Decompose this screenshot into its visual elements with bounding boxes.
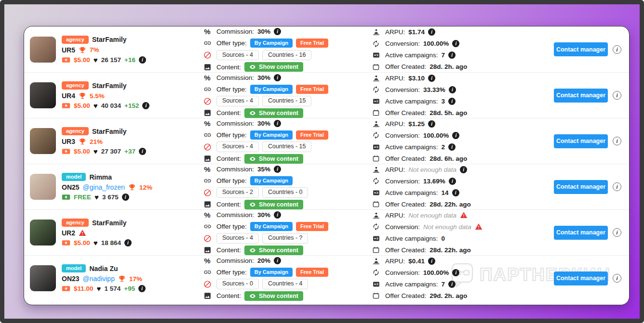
commission-info-icon[interactable]: i xyxy=(274,166,281,173)
arpu-value: $3.10 xyxy=(408,75,425,82)
contact-manager-button[interactable]: Contact manager xyxy=(554,89,608,103)
arpu-info-icon[interactable]: i xyxy=(428,28,435,36)
offer-created-label: Offer Created: xyxy=(385,201,426,208)
commission-info-icon[interactable]: i xyxy=(274,28,281,35)
link-icon xyxy=(201,131,213,139)
price: $5.00 xyxy=(74,102,90,109)
campaigns-info-icon[interactable]: i xyxy=(448,98,456,105)
price: $5.00 xyxy=(74,148,90,155)
arpu-value: $1.74 xyxy=(408,28,425,36)
arpu-info-icon[interactable]: i xyxy=(428,120,435,128)
calendar-icon xyxy=(370,63,382,71)
arpu-value: Not enough data xyxy=(408,166,456,173)
countries-pill[interactable]: Countries - 4 xyxy=(262,279,309,289)
campaigns-info-icon[interactable]: i xyxy=(452,189,459,196)
countries-pill[interactable]: Countries - 16 xyxy=(262,50,312,61)
sources-pill[interactable]: Sources - 0 xyxy=(216,279,259,289)
show-content-label: Show content xyxy=(259,247,298,254)
percent-icon: % xyxy=(201,27,213,36)
subscribers-info-icon[interactable]: i xyxy=(122,194,129,201)
offer-created-label: Offer Created: xyxy=(385,292,426,299)
offer-type-label: Offer type: xyxy=(216,177,247,184)
contact-info-outline-icon[interactable]: i xyxy=(613,182,621,191)
account-handle-link[interactable]: @gina_frozen xyxy=(83,183,125,191)
conversion-info-icon[interactable]: i xyxy=(449,86,456,93)
arpu-info-icon[interactable]: i xyxy=(428,258,435,265)
subscribers-info-icon[interactable]: i xyxy=(142,102,149,109)
avatar-photo[interactable] xyxy=(30,128,56,154)
ads-icon xyxy=(370,280,382,288)
show-content-label: Show content xyxy=(259,201,298,208)
eye-icon xyxy=(249,247,256,254)
content-label: Content: xyxy=(216,246,241,254)
ads-icon xyxy=(370,143,382,151)
price-icon xyxy=(62,148,70,155)
avatar-photo[interactable] xyxy=(30,220,56,245)
offer-type-label: Offer type: xyxy=(216,39,247,47)
arpu-info-icon[interactable]: i xyxy=(428,75,435,82)
image-icon xyxy=(201,63,213,71)
commission-info-icon[interactable]: i xyxy=(274,120,281,127)
commission-info-icon[interactable]: i xyxy=(274,74,281,81)
contact-info-outline-icon[interactable]: i xyxy=(613,274,621,283)
show-content-button[interactable]: Show content xyxy=(244,291,303,301)
contact-manager-button[interactable]: Contact manager xyxy=(554,271,608,285)
show-content-label: Show content xyxy=(259,64,298,70)
conversion-info-icon[interactable]: i xyxy=(452,40,459,47)
contact-info-outline-icon[interactable]: i xyxy=(613,45,621,54)
commission-info-icon[interactable]: i xyxy=(274,211,281,219)
avatar-photo[interactable] xyxy=(30,174,56,200)
offers-list: agency StarFamily UR5 7% $5.00 ♥ 26 157 xyxy=(24,26,629,305)
sources-pill[interactable]: Sources - 4 xyxy=(216,233,259,244)
subscribers-info-icon[interactable]: i xyxy=(139,148,146,155)
sources-pill[interactable]: Sources - 4 xyxy=(216,142,259,152)
contact-manager-button[interactable]: Contact manager xyxy=(554,180,608,194)
countries-pill[interactable]: Countries - 15 xyxy=(262,142,312,152)
offer-created-label: Offer Created: xyxy=(385,246,426,254)
subscribers-info-icon[interactable]: i xyxy=(139,56,146,64)
show-content-button[interactable]: Show content xyxy=(244,154,303,164)
contact-info-outline-icon[interactable]: i xyxy=(613,137,621,145)
contact-info-outline-icon[interactable]: i xyxy=(613,91,621,100)
sources-pill[interactable]: Sources - 4 xyxy=(216,50,259,61)
show-content-button[interactable]: Show content xyxy=(244,62,303,72)
avatar-photo[interactable] xyxy=(30,82,56,108)
countries-pill[interactable]: Countries - ? xyxy=(262,233,309,244)
avatar-photo[interactable] xyxy=(30,37,56,63)
sources-pill[interactable]: Sources - 2 xyxy=(216,187,259,198)
subscribers-info-icon[interactable]: i xyxy=(124,239,132,246)
calendar-icon xyxy=(370,155,382,162)
conversion-info-icon[interactable]: i xyxy=(449,178,456,185)
link-icon xyxy=(201,39,213,47)
contact-manager-button[interactable]: Contact manager xyxy=(554,226,608,240)
contact-info-outline-icon[interactable]: i xyxy=(613,228,621,237)
arpu-label: ARPU: xyxy=(385,212,405,219)
arpu-warning-icon xyxy=(460,211,468,219)
offer-type-badges: By Campaign xyxy=(250,176,293,185)
contact-manager-button[interactable]: Contact manager xyxy=(554,42,608,56)
percent-icon: % xyxy=(201,211,213,219)
trophy-icon xyxy=(118,275,126,283)
arpu-info-icon[interactable]: i xyxy=(460,166,467,173)
conversion-info-icon[interactable]: i xyxy=(452,132,459,139)
subscribers-info-icon[interactable]: i xyxy=(138,285,146,292)
active-campaigns-value: 7 xyxy=(442,281,445,288)
sources-pill[interactable]: Sources - 4 xyxy=(216,96,259,106)
campaigns-info-icon[interactable]: i xyxy=(448,143,456,151)
show-content-button[interactable]: Show content xyxy=(244,108,303,118)
commission-info-icon[interactable]: i xyxy=(274,257,281,264)
avatar-photo[interactable] xyxy=(30,265,56,291)
show-content-button[interactable]: Show content xyxy=(244,245,303,255)
show-content-button[interactable]: Show content xyxy=(244,200,303,209)
campaigns-info-icon[interactable]: i xyxy=(448,52,456,59)
account-handle-link[interactable]: @nadivipp xyxy=(83,275,115,283)
contact-manager-button[interactable]: Contact manager xyxy=(554,134,608,148)
arpu-value: $0.41 xyxy=(408,258,425,265)
countries-pill[interactable]: Countries - 0 xyxy=(262,187,309,198)
countries-pill[interactable]: Countries - 15 xyxy=(262,96,312,106)
commission-label: Commission: xyxy=(216,120,254,127)
conversion-info-icon[interactable]: i xyxy=(452,269,459,276)
block-icon xyxy=(201,234,213,243)
campaigns-info-icon[interactable]: i xyxy=(448,281,456,288)
link-icon xyxy=(201,85,213,93)
